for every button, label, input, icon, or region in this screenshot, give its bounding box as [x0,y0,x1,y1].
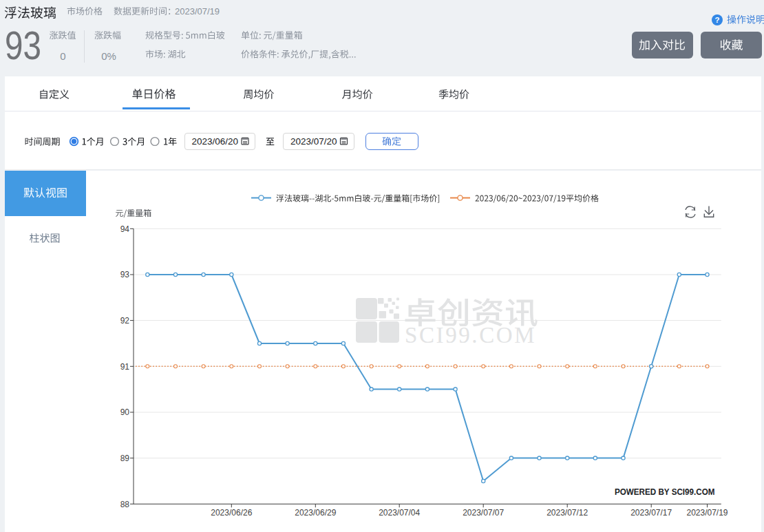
svg-text:89: 89 [120,454,130,463]
svg-text:2023/07/04: 2023/07/04 [379,508,420,518]
svg-text:92: 92 [120,316,130,326]
svg-text:POWERED BY SCI99.COM: POWERED BY SCI99.COM [615,487,715,497]
svg-text:SCI99.COM: SCI99.COM [405,323,536,348]
svg-text:2023/06/29: 2023/06/29 [295,508,336,518]
svg-text:88: 88 [120,500,130,509]
svg-text:93: 93 [120,270,130,279]
svg-text:2023/07/07: 2023/07/07 [463,508,504,518]
svg-text:2023/07/12: 2023/07/12 [547,508,588,518]
svg-text:2023/07/19: 2023/07/19 [686,508,728,518]
svg-text:2023/07/17: 2023/07/17 [630,508,672,518]
svg-text:94: 94 [120,224,130,234]
svg-text:91: 91 [120,362,130,372]
svg-text:2023/06/26: 2023/06/26 [211,508,252,518]
svg-text:90: 90 [120,407,130,417]
